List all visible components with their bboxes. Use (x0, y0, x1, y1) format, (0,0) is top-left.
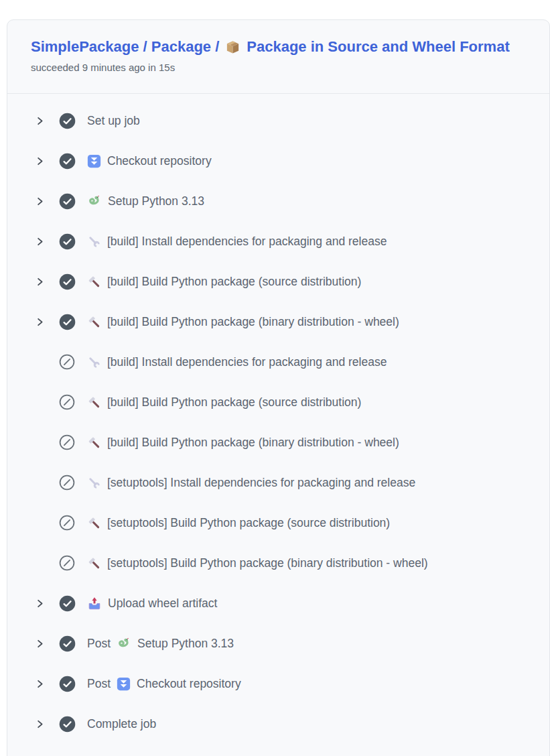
step-label: [build] Install dependencies for packagi… (107, 235, 387, 249)
chevron-right-icon[interactable] (35, 639, 45, 649)
step-name: Checkout repository (87, 154, 212, 168)
status-cell (59, 354, 87, 370)
step-row[interactable]: [build] Build Python package (source dis… (7, 261, 549, 302)
step-row[interactable]: Upload wheel artifact (7, 583, 549, 623)
chevron-right-icon[interactable] (35, 156, 45, 166)
step-row[interactable]: [build] Build Python package (binary dis… (7, 302, 549, 342)
outbox-tray-icon (87, 596, 102, 611)
status-cell (59, 676, 87, 692)
arrow-double-down-icon (117, 677, 131, 691)
chevron-right-icon[interactable] (35, 679, 45, 689)
success-icon (59, 153, 76, 170)
step-label: [build] Build Python package (binary dis… (107, 436, 399, 450)
status-cell (59, 555, 87, 571)
skipped-icon (59, 354, 75, 370)
job-status-line: succeeded 9 minutes ago in 15s (31, 62, 525, 73)
step-label: Set up job (87, 114, 140, 128)
step-label: Upload wheel artifact (108, 596, 217, 611)
step-name: Post Checkout repository (87, 677, 241, 691)
step-name: [setuptools] Build Python package (sourc… (87, 516, 390, 530)
step-label: [build] Build Python package (source dis… (107, 395, 361, 410)
step-name: [setuptools] Install dependencies for pa… (87, 476, 415, 490)
run-title[interactable]: Package in Source and Wheel Format (247, 38, 509, 56)
status-cell (59, 193, 87, 210)
step-label: Checkout repository (107, 154, 212, 168)
step-name: Set up job (87, 114, 140, 128)
step-row[interactable]: Complete job (7, 704, 549, 744)
expand-cell (35, 719, 59, 729)
step-label: Complete job (87, 717, 156, 731)
step-label: Setup Python 3.13 (108, 194, 204, 208)
success-icon (59, 233, 76, 250)
step-row: [setuptools] Install dependencies for pa… (7, 462, 549, 503)
step-row: [build] Install dependencies for packagi… (7, 342, 549, 382)
wrench-icon (87, 476, 101, 490)
chevron-right-icon[interactable] (35, 598, 45, 609)
success-icon (59, 193, 76, 210)
step-label: [build] Install dependencies for packagi… (107, 355, 387, 369)
chevron-right-icon[interactable] (35, 317, 45, 327)
package-icon (225, 40, 240, 55)
hammer-icon (87, 275, 101, 289)
step-name: [build] Build Python package (source dis… (87, 395, 361, 410)
wrench-icon (87, 355, 101, 369)
expand-cell (35, 196, 59, 206)
status-cell (59, 233, 87, 250)
step-row[interactable]: Post Setup Python 3.13 (7, 623, 549, 664)
step-name: Post Setup Python 3.13 (87, 636, 234, 651)
job-title: SimplePackage / Package / Package in Sou… (31, 38, 525, 56)
status-cell (59, 515, 87, 531)
step-name: Complete job (87, 717, 156, 731)
expand-cell (35, 639, 59, 649)
success-icon (59, 635, 76, 652)
step-row[interactable]: Setup Python 3.13 (7, 181, 549, 221)
breadcrumb[interactable]: SimplePackage / Package / (31, 38, 219, 56)
chevron-right-icon[interactable] (35, 116, 45, 126)
status-cell (59, 273, 87, 290)
hammer-icon (87, 436, 101, 450)
hammer-icon (87, 315, 101, 329)
skipped-icon (59, 515, 75, 531)
step-row[interactable]: Post Checkout repository (7, 664, 549, 704)
step-label: [build] Build Python package (source dis… (107, 275, 361, 289)
expand-cell (35, 598, 59, 609)
status-cell (59, 394, 87, 410)
job-panel: SimplePackage / Package / Package in Sou… (7, 19, 550, 756)
step-row[interactable]: Set up job (7, 101, 549, 141)
job-header: SimplePackage / Package / Package in Sou… (7, 20, 549, 94)
status-cell (59, 153, 87, 170)
steps-list: Set up job Checkout repository (7, 94, 549, 744)
expand-cell (35, 317, 59, 327)
success-icon (59, 273, 76, 290)
success-icon (59, 595, 76, 612)
skipped-icon (59, 555, 75, 571)
step-row[interactable]: [build] Install dependencies for packagi… (7, 221, 549, 261)
step-name: [build] Build Python package (binary dis… (87, 315, 399, 329)
chevron-right-icon[interactable] (35, 277, 45, 287)
step-label: [setuptools] Build Python package (sourc… (107, 516, 390, 530)
step-row: [setuptools] Build Python package (sourc… (7, 503, 549, 543)
skipped-icon (59, 394, 75, 410)
status-cell (59, 113, 87, 129)
hammer-icon (87, 516, 101, 530)
step-label: Setup Python 3.13 (137, 637, 234, 651)
expand-cell (35, 277, 59, 287)
step-row[interactable]: Checkout repository (7, 141, 549, 181)
skipped-icon (59, 434, 75, 450)
status-cell (59, 595, 87, 612)
step-row: [setuptools] Build Python package (binar… (7, 543, 549, 583)
chevron-right-icon[interactable] (35, 196, 45, 206)
chevron-right-icon[interactable] (35, 719, 45, 729)
hammer-icon (87, 556, 101, 570)
step-name: [build] Build Python package (source dis… (87, 275, 361, 289)
step-label: [setuptools] Install dependencies for pa… (107, 476, 415, 490)
chevron-right-icon[interactable] (35, 237, 45, 247)
success-icon (59, 676, 76, 692)
step-name: Upload wheel artifact (87, 596, 217, 611)
hammer-icon (87, 395, 101, 410)
status-cell (59, 475, 87, 491)
step-name: [build] Install dependencies for packagi… (87, 235, 387, 249)
step-prefix: Post (87, 677, 111, 691)
step-row: [build] Build Python package (binary dis… (7, 422, 549, 462)
step-label: [build] Build Python package (binary dis… (107, 315, 399, 329)
